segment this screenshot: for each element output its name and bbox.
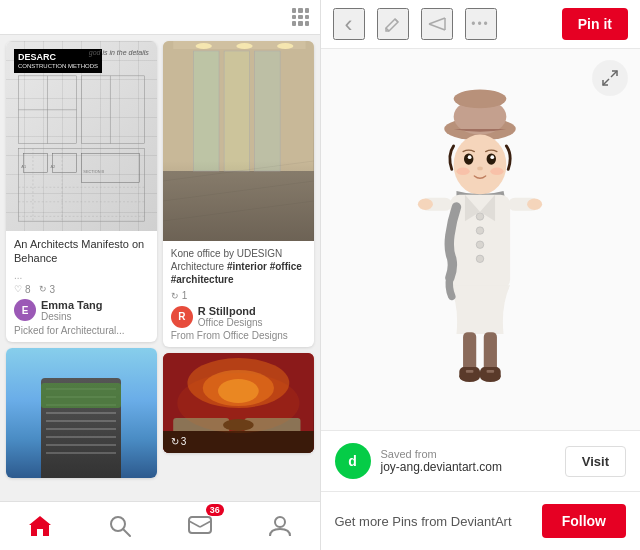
source-text: Saved from joy-ang.deviantart.com [381, 448, 502, 474]
pin-from-link[interactable]: From Office Designs [197, 330, 288, 341]
svg-point-65 [476, 255, 484, 263]
svg-point-53 [454, 134, 507, 194]
pin-card-restaurant[interactable]: ↻ 3 [163, 353, 314, 453]
svg-point-60 [491, 167, 504, 175]
svg-rect-19 [193, 51, 218, 171]
pin-source: d Saved from joy-ang.deviantart.com Visi… [321, 431, 641, 492]
pin-image-building [6, 348, 157, 478]
author-info-office: R Stillpond Office Designs [198, 305, 306, 328]
blueprint-lines-svg: A1 A2 SECTION B [11, 71, 152, 226]
repins-stat-office: ↻ 1 [171, 290, 188, 301]
svg-rect-73 [460, 367, 481, 380]
svg-text:A2: A2 [50, 164, 55, 169]
pin-image-blueprint: DESARC CONSTRUCTION METHODS god is in th… [6, 41, 157, 231]
pin-it-button[interactable]: Pin it [562, 8, 628, 40]
svg-line-27 [163, 181, 314, 201]
nav-home[interactable] [26, 512, 54, 540]
svg-line-42 [200, 521, 211, 527]
svg-line-44 [395, 19, 398, 22]
likes-stat: ♡ 8 [14, 284, 31, 295]
pin-stats-office: ↻ 1 [171, 290, 306, 301]
left-panel: DESARC CONSTRUCTION METHODS god is in th… [0, 0, 320, 550]
bottom-nav: 36 [0, 501, 320, 550]
svg-point-58 [477, 166, 483, 170]
heart-icon: ♡ [14, 284, 22, 294]
pin-title-blueprint: An Architects Manifesto on Behance [14, 237, 149, 266]
svg-point-69 [527, 198, 542, 209]
pin-image-office [163, 41, 314, 241]
svg-rect-6 [23, 153, 47, 172]
character-svg [380, 80, 580, 400]
follow-button[interactable]: Follow [542, 504, 626, 538]
svg-point-52 [454, 89, 507, 108]
expand-button[interactable] [592, 60, 628, 96]
get-more-bar: Get more Pins from DeviantArt Follow [321, 492, 641, 550]
back-button[interactable]: ‹ [333, 8, 365, 40]
pin-column-left: DESARC CONSTRUCTION METHODS god is in th… [6, 41, 157, 478]
pin-card-office[interactable]: Kone office by UDESIGN Architecture #int… [163, 41, 314, 347]
more-button[interactable]: ••• [465, 8, 497, 40]
nav-messages[interactable]: 36 [186, 512, 214, 540]
svg-rect-77 [487, 369, 495, 372]
pins-container: DESARC CONSTRUCTION METHODS god is in th… [0, 35, 320, 484]
pins-scroll: DESARC CONSTRUCTION METHODS god is in th… [0, 35, 320, 550]
source-url: joy-ang.deviantart.com [381, 460, 502, 474]
svg-rect-1 [81, 76, 144, 144]
author-avatar-office: R [171, 306, 193, 328]
svg-point-43 [275, 517, 285, 527]
pin-stats-blueprint: ♡ 8 ↻ 3 [14, 284, 149, 295]
svg-point-23 [195, 43, 211, 49]
svg-rect-75 [480, 367, 501, 380]
svg-point-25 [277, 43, 293, 49]
right-panel: ‹ ••• Pin it [321, 0, 641, 550]
right-header: ‹ ••• Pin it [321, 0, 641, 49]
author-name-blueprint: Emma Tang [41, 299, 149, 311]
building-shape [41, 378, 121, 478]
picked-for: Picked for Architectural... [14, 325, 149, 336]
notification-badge: 36 [206, 504, 224, 516]
pin-image-area [321, 49, 641, 430]
nav-search[interactable] [106, 512, 134, 540]
nav-profile[interactable] [266, 512, 294, 540]
home-icon [26, 512, 54, 540]
repin-icon-restaurant: ↻ [171, 436, 179, 447]
character-illustration [380, 80, 580, 400]
messages-icon [186, 512, 214, 540]
saved-from-label: Saved from [381, 448, 502, 460]
svg-line-41 [189, 521, 200, 527]
author-info-blueprint: Emma Tang Desins [41, 299, 149, 322]
svg-point-24 [236, 43, 252, 49]
svg-line-26 [163, 161, 314, 181]
author-subtitle-blueprint: Desins [41, 311, 149, 322]
building-greenery [41, 383, 121, 408]
svg-point-55 [487, 153, 496, 164]
search-icon [106, 512, 134, 540]
repins-stat: ↻ 3 [39, 284, 56, 295]
pin-bottom-bar: d Saved from joy-ang.deviantart.com Visi… [321, 430, 641, 550]
visit-button[interactable]: Visit [565, 446, 626, 477]
svg-line-48 [611, 71, 617, 77]
pin-card-blueprint[interactable]: DESARC CONSTRUCTION METHODS god is in th… [6, 41, 157, 342]
svg-rect-7 [52, 153, 76, 172]
svg-line-39 [123, 529, 130, 536]
edit-button[interactable] [377, 8, 409, 40]
author-name-office: R Stillpond [198, 305, 306, 317]
svg-rect-20 [224, 51, 249, 171]
grid-header [0, 0, 320, 35]
office-svg [163, 41, 314, 241]
repins-count-restaurant: ↻ 3 [171, 436, 187, 447]
pin-dots: ... [14, 270, 149, 281]
author-avatar-blueprint: E [14, 299, 36, 321]
pin-description-office: Kone office by UDESIGN Architecture #int… [171, 247, 306, 286]
deviantart-logo: d [335, 443, 371, 479]
svg-rect-76 [466, 369, 474, 372]
svg-point-63 [476, 226, 484, 234]
grid-view-button[interactable] [292, 8, 310, 26]
svg-point-56 [468, 155, 472, 159]
svg-point-54 [464, 153, 473, 164]
pin-card-building[interactable] [6, 348, 157, 478]
send-button[interactable] [421, 8, 453, 40]
author-subtitle-office: Office Designs [198, 317, 306, 328]
svg-point-67 [418, 198, 433, 209]
svg-rect-17 [163, 161, 314, 241]
